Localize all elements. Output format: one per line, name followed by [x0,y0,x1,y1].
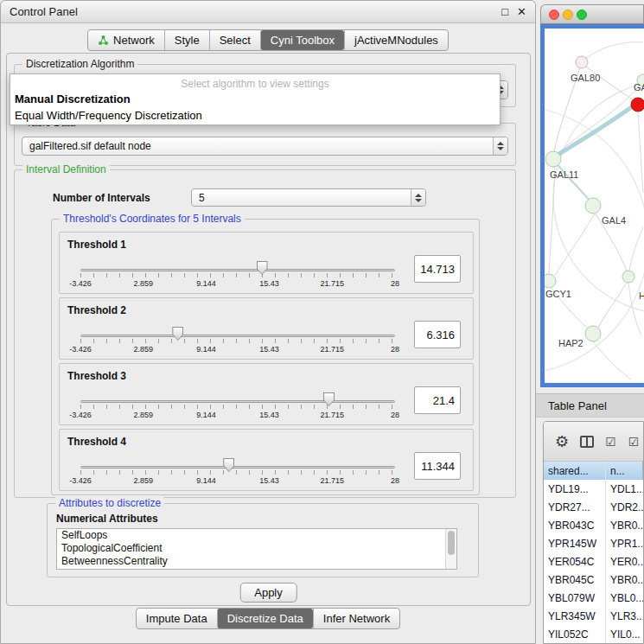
table-panel-title: Table Panel [548,399,607,412]
tab-cyni-toolbox[interactable]: Cyni Toolbox [260,30,344,50]
interval-definition-group: Interval Definition Number of Intervals … [14,169,516,498]
float-panel-icon[interactable]: □ [501,6,508,17]
column-header-shared-name[interactable]: shared... [544,462,606,480]
threshold-3-value-field[interactable] [414,386,461,414]
select-all-checkbox-icon[interactable]: ☑ [605,436,617,448]
top-tab-bar: Network Style Select Cyni Toolbox jActiv… [1,29,535,51]
threshold-2-slider[interactable] [80,324,395,345]
popup-option-manual-discretization[interactable]: Manual Discretization [10,92,500,108]
table-row[interactable]: YDL19... YDL1... [544,480,643,498]
list-item[interactable]: BetweennessCentrality [57,555,456,568]
slider-thumb[interactable] [323,392,335,406]
network-node[interactable] [585,198,601,214]
scrollbar-thumb[interactable] [448,531,455,555]
table-row[interactable]: YBR045C YBR0... [544,571,643,589]
table-row[interactable]: YER054C YER0... [544,552,643,571]
tab-infer-network[interactable]: Infer Network [313,609,399,628]
table-row[interactable]: YBR043C YBR0... [544,516,643,534]
threshold-4-value-field[interactable] [414,452,461,480]
select-functions-checkbox-icon[interactable]: ☑ [628,436,641,448]
combo-value: galFiltered.sif default node [22,140,493,152]
network-window-titlebar[interactable] [540,4,644,24]
threshold-2-value-field[interactable] [414,321,461,348]
threshold-label: Threshold 2 [67,304,126,316]
table-cell[interactable]: YLR345W [544,607,606,625]
tab-label: Discretize Data [227,612,303,625]
tab-select[interactable]: Select [209,30,260,50]
zoom-window-icon[interactable] [577,10,587,20]
tab-jactivemnodules[interactable]: jActiveMNodules [344,30,448,50]
network-node[interactable] [545,151,561,167]
threshold-3-slider[interactable] [80,390,395,411]
scale-label: 21.715 [320,411,344,419]
table-cell[interactable]: YBR045C [544,571,606,589]
tab-label: Infer Network [323,612,390,625]
scale-label: 28 [391,279,399,288]
table-cell[interactable]: YPR145W [544,534,606,552]
apply-button[interactable]: Apply [239,583,297,603]
list-item[interactable]: TopologicalCoefficient [57,542,456,555]
table-cell[interactable]: YBR0... [606,571,643,589]
table-cell[interactable]: YDL1... [606,480,643,498]
bottom-tab-bar: Impute Data Discretize Data Infer Networ… [1,608,535,629]
column-header-name[interactable]: n... [606,462,643,480]
table-cell[interactable]: YDL19... [544,480,606,498]
table-cell[interactable]: YIL0... [606,625,643,643]
slider-ticks [80,339,395,343]
top-tab-row: Network Style Select Cyni Toolbox jActiv… [87,29,449,51]
slider-ticks [80,470,395,475]
table-cell[interactable]: YLR3... [606,607,643,625]
settings-gear-icon[interactable]: ⚙ [555,434,569,450]
tab-style[interactable]: Style [164,30,209,50]
tab-network[interactable]: Network [88,30,164,50]
threshold-1-panel: Threshold 1 -3.426 2.859 9.144 15.43 21.… [59,232,474,294]
scale-label: 28 [391,411,399,419]
table-cell[interactable]: YIL052C [544,625,606,643]
number-of-intervals-combo[interactable]: 5 [191,188,426,207]
table-cell[interactable]: YER0... [606,552,643,571]
table-cell[interactable]: YDR2... [606,498,643,516]
slider-track[interactable] [80,400,395,403]
table-cell[interactable]: YPR1... [606,534,643,552]
list-item[interactable]: SelfLoops [57,529,456,542]
table-cell[interactable]: YBR043C [544,516,606,534]
network-node-selected[interactable] [631,98,644,112]
network-canvas[interactable]: GAL80 GA GAL11 GAL4 GCY1 H HAP2 [545,29,644,383]
table-row[interactable]: YPR145W YPR1... [544,534,643,552]
list-scrollbar[interactable] [445,529,456,569]
slider-thumb[interactable] [172,327,183,341]
minimize-window-icon[interactable] [563,10,573,20]
close-window-icon[interactable] [549,10,559,20]
table-cell[interactable]: YDR27... [544,498,606,516]
network-node[interactable] [545,274,556,288]
table-row[interactable]: YIL052C YIL0... [544,625,643,643]
threshold-1-slider[interactable] [80,258,395,279]
combo-stepper-icon [411,189,425,206]
close-panel-icon[interactable]: ✕ [517,6,526,17]
scale-label: 15.43 [259,411,279,419]
threshold-4-slider[interactable] [80,456,395,476]
table-row[interactable]: YDR27... YDR2... [544,498,643,516]
table-data-combo[interactable]: galFiltered.sif default node [22,137,508,156]
slider-thumb[interactable] [257,261,268,275]
scale-label: 2.859 [134,279,154,288]
popup-option-equal-width[interactable]: Equal Width/Frequency Discretization [10,108,500,124]
network-node[interactable] [622,271,634,283]
tab-impute-data[interactable]: Impute Data [137,609,217,628]
network-node[interactable] [585,326,601,341]
node-label: GCY1 [545,289,571,299]
slider-track[interactable] [80,269,395,271]
table-cell[interactable]: YBL0... [606,589,643,607]
slider-track[interactable] [80,335,395,337]
table-row[interactable]: YLR345W YLR3... [544,607,643,625]
slider-thumb[interactable] [223,458,234,472]
threshold-1-value-field[interactable] [414,255,461,283]
tab-discretize-data[interactable]: Discretize Data [217,609,313,628]
network-node[interactable] [576,56,588,68]
columns-icon[interactable] [580,436,594,448]
table-cell[interactable]: YER054C [544,552,606,571]
slider-track[interactable] [80,466,395,469]
table-cell[interactable]: YBR0... [606,516,643,534]
table-row[interactable]: YBL079W YBL0... [544,589,643,607]
table-cell[interactable]: YBL079W [544,589,606,607]
